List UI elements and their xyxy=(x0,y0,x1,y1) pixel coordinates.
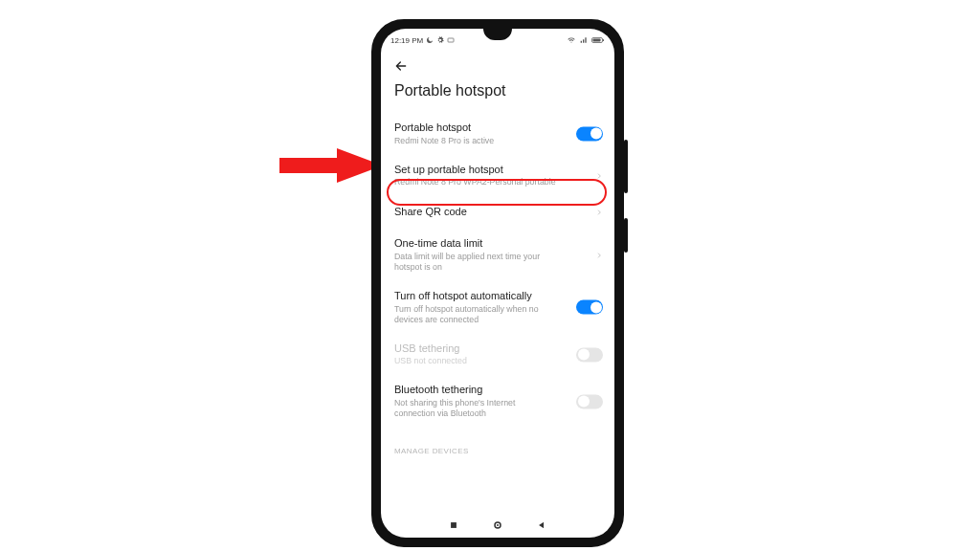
row-title: USB tethering xyxy=(394,342,601,356)
card-icon xyxy=(447,36,455,44)
row-data-limit[interactable]: One-time data limit Data limit will be a… xyxy=(381,229,614,281)
row-portable-hotspot[interactable]: Portable hotspot Redmi Note 8 Pro is act… xyxy=(381,113,614,155)
status-left: 12:19 PM xyxy=(390,36,455,45)
chevron-right-icon xyxy=(595,247,603,264)
android-navbar xyxy=(381,513,614,538)
status-right xyxy=(567,36,605,44)
nav-back-button[interactable] xyxy=(536,519,547,531)
screen: 12:19 PM Portable hotspot xyxy=(381,29,614,538)
nav-recent-button[interactable] xyxy=(448,519,459,531)
volume-button xyxy=(624,140,628,193)
square-icon xyxy=(449,520,458,530)
power-button xyxy=(624,218,628,253)
row-usb-tethering: USB tethering USB not connected xyxy=(381,334,614,376)
section-manage-devices: MANAGE DEVICES xyxy=(381,428,614,461)
chevron-right-icon xyxy=(595,204,603,221)
row-title: Set up portable hotspot xyxy=(394,164,601,177)
hotspot-toggle[interactable] xyxy=(576,126,603,141)
svg-rect-4 xyxy=(593,39,601,42)
usb-toggle xyxy=(576,347,603,362)
toggle-knob xyxy=(590,128,602,140)
svg-point-7 xyxy=(497,524,499,526)
row-title: Turn off hotspot automatically xyxy=(394,290,601,303)
svg-rect-5 xyxy=(451,522,457,528)
row-title: Portable hotspot xyxy=(394,121,601,135)
gear-icon xyxy=(436,36,444,44)
row-sub: USB not connected xyxy=(394,356,557,366)
svg-marker-0 xyxy=(279,148,383,183)
phone-frame: 12:19 PM Portable hotspot xyxy=(371,19,624,547)
moon-icon xyxy=(426,36,434,44)
circle-icon xyxy=(492,519,503,531)
nav-home-button[interactable] xyxy=(492,519,503,531)
row-sub: Not sharing this phone's Internet connec… xyxy=(394,398,557,419)
row-share-qr[interactable]: Share QR code xyxy=(381,196,614,229)
stage: 12:19 PM Portable hotspot xyxy=(0,0,980,551)
bt-toggle[interactable] xyxy=(576,394,603,408)
status-time: 12:19 PM xyxy=(390,36,423,45)
row-sub: Data limit will be applied next time you… xyxy=(394,252,557,273)
toggle-knob xyxy=(578,396,590,408)
page-title: Portable hotspot xyxy=(394,82,603,99)
callout-arrow xyxy=(279,148,385,196)
row-setup-hotspot[interactable]: Set up portable hotspot Redmi Note 8 Pro… xyxy=(381,155,614,197)
row-title: One-time data limit xyxy=(394,237,601,251)
signal-icon xyxy=(579,36,589,44)
svg-rect-1 xyxy=(448,38,454,42)
row-title: Bluetooth tethering xyxy=(394,384,601,397)
row-bluetooth-tethering[interactable]: Bluetooth tethering Not sharing this pho… xyxy=(381,375,614,428)
wifi-icon xyxy=(567,36,576,44)
autooff-toggle[interactable] xyxy=(576,300,603,315)
toggle-knob xyxy=(590,301,602,313)
row-sub: Redmi Note 8 Pro is active xyxy=(394,136,557,146)
triangle-left-icon xyxy=(537,520,546,530)
row-sub: Redmi Note 8 Pro WPA2-Personal portable xyxy=(394,177,557,187)
arrow-left-icon xyxy=(393,58,409,74)
header: Portable hotspot xyxy=(381,50,614,113)
back-button[interactable] xyxy=(392,57,410,75)
battery-icon xyxy=(591,36,605,44)
row-title: Share QR code xyxy=(394,206,601,219)
row-auto-off[interactable]: Turn off hotspot automatically Turn off … xyxy=(381,281,614,334)
chevron-right-icon xyxy=(595,167,603,185)
svg-rect-3 xyxy=(603,39,604,41)
toggle-knob xyxy=(578,349,590,361)
row-sub: Turn off hotspot automatically when no d… xyxy=(394,304,557,325)
